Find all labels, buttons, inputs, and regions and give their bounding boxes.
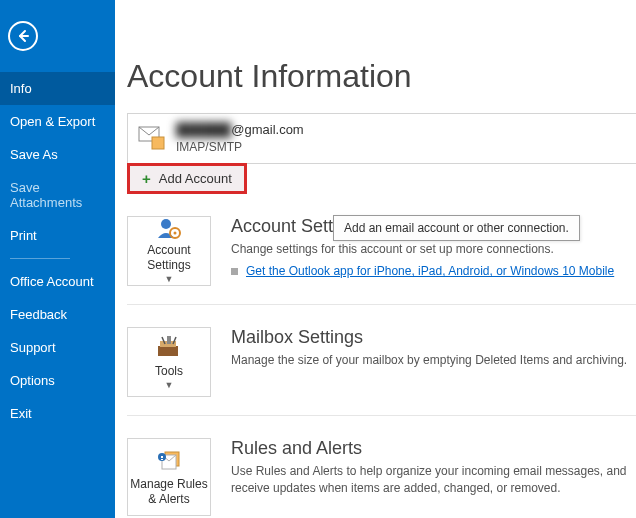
account-email: ██████@gmail.com: [176, 121, 304, 139]
account-protocol: IMAP/SMTP: [176, 139, 304, 156]
account-settings-icon: [156, 216, 182, 240]
rules-alerts-icon: [155, 448, 183, 472]
svg-rect-14: [161, 456, 163, 458]
sidebar-item-save-attachments: Save Attachments: [0, 171, 115, 219]
account-settings-button-label: Account Settings: [130, 243, 208, 273]
svg-rect-6: [158, 346, 178, 356]
sidebar-separator: [10, 258, 70, 259]
svg-rect-15: [161, 459, 163, 460]
get-outlook-app-link[interactable]: Get the Outlook app for iPhone, iPad, An…: [246, 264, 614, 278]
account-info: ██████@gmail.com IMAP/SMTP: [176, 121, 304, 156]
tools-button[interactable]: Tools ▼: [127, 327, 211, 397]
add-account-button[interactable]: + Add Account: [127, 163, 247, 194]
sidebar-item-office-account[interactable]: Office Account: [0, 265, 115, 298]
mailbox-settings-desc: Manage the size of your mailbox by empty…: [231, 352, 636, 369]
chevron-down-icon: ▼: [165, 380, 174, 391]
sidebar-item-feedback[interactable]: Feedback: [0, 298, 115, 331]
chevron-down-icon: ▼: [165, 274, 174, 285]
manage-rules-button-label: Manage Rules & Alerts: [130, 477, 208, 507]
account-settings-button[interactable]: Account Settings ▼: [127, 216, 211, 286]
back-arrow-icon: [15, 28, 31, 44]
tools-button-label: Tools: [155, 364, 183, 379]
sidebar-item-options[interactable]: Options: [0, 364, 115, 397]
back-button[interactable]: [8, 21, 38, 51]
bullet-icon: [231, 268, 238, 275]
manage-rules-button[interactable]: Manage Rules & Alerts: [127, 438, 211, 516]
sidebar-item-open-export[interactable]: Open & Export: [0, 105, 115, 138]
add-account-label: Add Account: [159, 171, 232, 186]
back-row: [0, 0, 115, 72]
main-panel: Account Information ██████@gmail.com IMA…: [115, 0, 636, 518]
svg-rect-2: [152, 137, 164, 149]
sidebar-item-support[interactable]: Support: [0, 331, 115, 364]
add-account-tooltip: Add an email account or other connection…: [333, 215, 580, 241]
mailbox-icon: [138, 125, 166, 151]
account-selector[interactable]: ██████@gmail.com IMAP/SMTP: [127, 113, 636, 164]
section-rules-alerts: Manage Rules & Alerts Rules and Alerts U…: [127, 438, 636, 516]
svg-point-5: [174, 232, 177, 235]
section-mailbox-settings: Tools ▼ Mailbox Settings Manage the size…: [127, 327, 636, 416]
mailbox-settings-title: Mailbox Settings: [231, 327, 636, 348]
rules-alerts-title: Rules and Alerts: [231, 438, 636, 459]
sidebar-item-print[interactable]: Print: [0, 219, 115, 252]
account-settings-desc: Change settings for this account or set …: [231, 241, 636, 258]
account-email-hidden: ██████: [176, 121, 231, 139]
rules-alerts-desc: Use Rules and Alerts to help organize yo…: [231, 463, 636, 498]
sidebar-item-exit[interactable]: Exit: [0, 397, 115, 430]
sidebar-item-info[interactable]: Info: [0, 72, 115, 105]
sidebar-item-save-as[interactable]: Save As: [0, 138, 115, 171]
backstage-sidebar: Info Open & Export Save As Save Attachme…: [0, 0, 115, 518]
plus-icon: +: [142, 171, 151, 186]
tools-icon: [156, 335, 182, 359]
page-title: Account Information: [127, 58, 636, 95]
svg-rect-10: [167, 336, 171, 344]
svg-point-3: [161, 219, 171, 229]
account-email-suffix: @gmail.com: [231, 122, 303, 137]
